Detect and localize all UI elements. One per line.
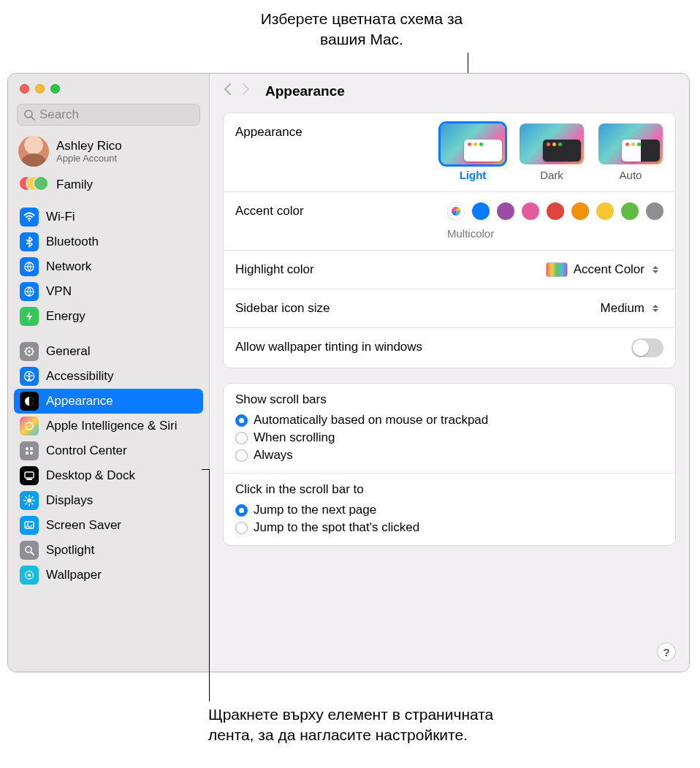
wallpaper-icon [20,566,39,585]
apple-account-row[interactable]: Ashley Rico Apple Account [8,133,209,171]
popup-arrows-icon [650,302,661,315]
appearance-thumb-auto [598,123,663,164]
svg-rect-16 [26,479,32,480]
radio-label: Jump to the next page [254,503,376,517]
accessibility-icon [20,367,39,386]
radio-indicator [235,449,248,462]
sidebar-item-accessibility[interactable]: Accessibility [14,364,203,389]
sidebar-item-general[interactable]: General [14,339,203,364]
help-button[interactable]: ? [657,642,676,661]
apple-intelligence-icon [20,417,39,436]
accent-swatch-4[interactable] [547,202,564,220]
appearance-option-dark[interactable]: Dark [519,123,585,181]
account-subtitle: Apple Account [56,153,122,164]
svg-line-21 [31,552,34,555]
sidebar-size-popup[interactable]: Medium [596,300,663,317]
radio-indicator [235,432,248,444]
network-icon [20,257,39,276]
highlight-value: Accent Color [574,262,644,277]
sidebar-item-spotlight[interactable]: Spotlight [14,538,203,563]
svg-point-6 [28,350,31,353]
tinting-label: Allow wallpaper tinting in windows [235,338,422,354]
appearance-option-label: Light [460,169,487,181]
control-center-icon [20,441,39,460]
radio-option[interactable]: Always [235,446,663,464]
radio-label: Automatically based on mouse or trackpad [254,413,488,427]
family-row[interactable]: Family [8,171,209,202]
sidebar-size-label: Sidebar icon size [235,300,330,316]
accent-swatch-2[interactable] [497,202,514,220]
radio-indicator [235,504,248,517]
svg-rect-13 [26,452,28,455]
sidebar-item-energy[interactable]: Energy [14,304,203,329]
svg-point-10 [26,422,33,430]
page-title: Appearance [265,83,345,99]
radio-option[interactable]: Jump to the spot that's clicked [235,519,663,536]
accent-row: Accent color Multicolor [224,192,675,251]
sidebar-item-wifi[interactable]: Wi-Fi [14,205,203,229]
sidebar-item-wallpaper[interactable]: Wallpaper [14,563,203,588]
sidebar-item-bluetooth[interactable]: Bluetooth [14,229,203,254]
back-button[interactable] [223,83,233,99]
tinting-toggle[interactable] [631,338,663,357]
highlight-label: Highlight color [235,261,314,277]
accent-swatch-3[interactable] [522,202,539,220]
radio-option[interactable]: Jump to the next page [235,501,663,519]
minimize-button[interactable] [35,84,45,94]
tinting-row: Allow wallpaper tinting in windows [224,328,675,368]
sidebar-item-label: Network [46,259,91,274]
sidebar-item-desktop-dock[interactable]: Desktop & Dock [14,463,203,488]
sidebar-item-label: General [46,344,90,359]
forward-button[interactable] [240,83,251,99]
highlight-swatch [546,262,568,277]
appearance-option-label: Dark [540,169,563,181]
appearance-option-auto[interactable]: Auto [598,123,663,181]
appearance-panel: Appearance LightDarkAuto Accent color Mu… [223,113,676,368]
screen-saver-icon [20,516,39,535]
sidebar-item-appearance[interactable]: Appearance [14,389,203,414]
radio-option[interactable]: Automatically based on mouse or trackpad [235,411,663,429]
sidebar-item-network[interactable]: Network [14,254,203,279]
sidebar-list: Wi-FiBluetoothNetworkVPNEnergyGeneralAcc… [8,202,209,590]
appearance-label: Appearance [235,123,303,140]
sidebar-item-label: Appearance [46,394,113,408]
displays-icon [20,491,39,510]
accent-swatch-5[interactable] [571,202,589,220]
callout-line [209,469,210,702]
sidebar-size-value: Medium [601,301,644,316]
scroll-click-block: Click in the scroll bar to Jump to the n… [224,473,675,545]
radio-option[interactable]: When scrolling [235,429,663,446]
energy-icon [20,307,39,326]
search-input[interactable]: Search [17,104,200,126]
sidebar-item-control-center[interactable]: Control Center [14,438,203,463]
sidebar-item-label: Bluetooth [46,235,99,249]
highlight-row: Highlight color Accent Color [224,251,675,289]
callout-bottom: Щракнете върху елемент в страничната лен… [208,704,515,746]
radio-indicator [235,522,248,534]
sidebar-item-vpn[interactable]: VPN [14,279,203,304]
accent-selected-label: Multicolor [447,227,494,240]
sidebar-item-displays[interactable]: Displays [14,488,203,513]
search-icon [23,109,35,121]
accent-swatch-6[interactable] [596,202,614,220]
accent-swatch-8[interactable] [646,202,663,220]
zoom-button[interactable] [50,84,60,94]
svg-point-8 [28,373,31,376]
sidebar-item-screen-saver[interactable]: Screen Saver [14,513,203,538]
accent-swatch-7[interactable] [621,202,639,220]
appearance-icon [20,392,39,411]
bluetooth-icon [20,232,39,251]
radio-label: When scrolling [254,430,335,445]
sidebar-item-apple-intelligence[interactable]: Apple Intelligence & Siri [14,414,203,438]
appearance-option-light[interactable]: Light [440,123,506,181]
sidebar-item-label: Screen Saver [46,518,121,533]
svg-rect-15 [25,472,34,478]
sidebar: Search Ashley Rico Apple Account Family … [8,74,210,672]
spotlight-icon [20,541,39,560]
accent-swatch-0[interactable] [447,202,465,220]
close-button[interactable] [20,84,29,94]
highlight-popup[interactable]: Accent Color [541,261,663,278]
svg-rect-14 [30,452,33,455]
svg-rect-12 [30,447,33,450]
accent-swatch-1[interactable] [472,202,490,220]
